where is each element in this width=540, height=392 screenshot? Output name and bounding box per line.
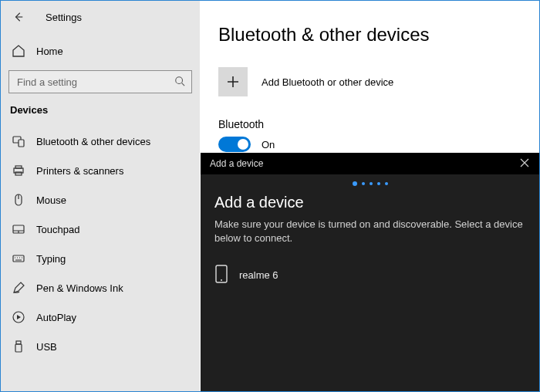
usb-icon	[12, 340, 25, 353]
add-device-dialog: Add a device Add a device Make sure your…	[201, 153, 539, 391]
devices-icon	[12, 134, 25, 148]
progress-dots	[214, 181, 525, 191]
dialog-header-title: Add a device	[210, 158, 263, 169]
sidebar-item-bluetooth[interactable]: Bluetooth & other devices	[1, 127, 200, 156]
svg-rect-10	[16, 341, 21, 344]
device-list-item[interactable]: realme 6	[214, 259, 525, 291]
nav-home[interactable]: Home	[1, 39, 200, 63]
sidebar-item-printers[interactable]: Printers & scanners	[1, 156, 200, 185]
sidebar-item-typing[interactable]: Typing	[1, 244, 200, 273]
sidebar-item-label: Bluetooth & other devices	[36, 136, 150, 147]
sidebar-item-label: Mouse	[36, 194, 66, 206]
phone-icon	[214, 264, 228, 286]
svg-point-13	[221, 279, 222, 281]
close-button[interactable]	[519, 157, 530, 171]
svg-rect-4	[15, 166, 22, 168]
touchpad-icon	[12, 222, 25, 236]
sidebar-item-label: Pen & Windows Ink	[36, 282, 123, 294]
sidebar-item-autoplay[interactable]: AutoPlay	[1, 302, 200, 332]
printer-icon	[12, 164, 25, 177]
svg-rect-2	[19, 140, 24, 147]
search-input[interactable]	[15, 76, 174, 89]
bluetooth-toggle[interactable]	[218, 137, 251, 152]
sidebar-item-touchpad[interactable]: Touchpad	[1, 215, 200, 244]
keyboard-icon	[12, 252, 25, 265]
add-device-button[interactable]	[218, 67, 248, 96]
mouse-icon	[12, 193, 25, 207]
home-label: Home	[36, 46, 63, 57]
sidebar-section-header: Devices	[1, 100, 200, 127]
back-icon[interactable]	[12, 10, 25, 24]
page-title: Bluetooth & other devices	[218, 24, 539, 46]
autoplay-icon	[12, 310, 25, 324]
search-box[interactable]	[8, 70, 192, 93]
dialog-title: Add a device	[214, 194, 525, 211]
sidebar-item-label: USB	[36, 341, 57, 353]
device-name: realme 6	[239, 269, 278, 281]
sidebar-item-label: Typing	[36, 253, 66, 265]
settings-sidebar: Settings Home Devices	[1, 1, 200, 391]
search-icon[interactable]	[174, 76, 185, 89]
home-icon	[12, 44, 25, 58]
app-title: Settings	[46, 12, 82, 23]
bluetooth-label: Bluetooth	[218, 118, 539, 130]
svg-rect-8	[13, 255, 24, 262]
sidebar-item-label: Printers & scanners	[36, 165, 123, 177]
svg-point-0	[176, 76, 183, 83]
dialog-subtitle: Make sure your device is turned on and d…	[214, 218, 525, 245]
pen-icon	[12, 281, 25, 295]
add-device-label: Add Bluetooth or other device	[262, 76, 393, 88]
sidebar-item-pen[interactable]: Pen & Windows Ink	[1, 273, 200, 302]
sidebar-item-label: AutoPlay	[36, 312, 76, 323]
sidebar-item-label: Touchpad	[36, 224, 79, 235]
sidebar-item-mouse[interactable]: Mouse	[1, 185, 200, 215]
sidebar-item-usb[interactable]: USB	[1, 332, 200, 361]
svg-rect-11	[15, 344, 22, 352]
bluetooth-state: On	[262, 139, 275, 150]
